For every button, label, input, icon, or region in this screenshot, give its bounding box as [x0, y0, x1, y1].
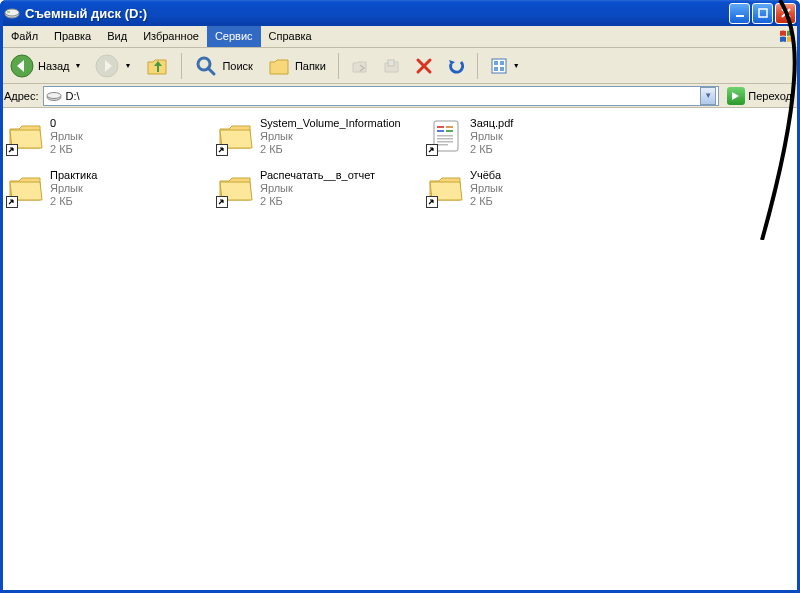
- undo-icon: [447, 57, 465, 75]
- address-path: D:\: [66, 90, 697, 102]
- up-button[interactable]: [139, 50, 175, 82]
- delete-button[interactable]: [409, 53, 439, 79]
- file-name: Распечатать__в_отчет: [260, 169, 375, 182]
- minimize-button[interactable]: [729, 3, 750, 24]
- file-name: Учёба: [470, 169, 503, 182]
- copy-to-icon: [383, 57, 401, 75]
- menu-view[interactable]: Вид: [99, 26, 135, 47]
- folders-button[interactable]: Папки: [261, 50, 332, 82]
- svg-rect-25: [437, 144, 448, 146]
- search-button[interactable]: Поиск: [188, 50, 258, 82]
- svg-rect-2: [7, 12, 10, 13]
- toolbar-separator: [477, 53, 478, 79]
- file-type: Ярлык: [50, 182, 97, 195]
- up-folder-icon: [145, 54, 169, 78]
- file-name: 0: [50, 117, 83, 130]
- file-meta: System_Volume_InformationЯрлык2 КБ: [260, 116, 401, 156]
- shortcut-arrow-icon: [6, 196, 18, 208]
- delete-icon: [415, 57, 433, 75]
- file-meta: ПрактикаЯрлык2 КБ: [50, 168, 97, 208]
- copy-to-button[interactable]: [377, 53, 407, 79]
- svg-rect-9: [388, 60, 394, 66]
- address-dropdown-button[interactable]: ▼: [700, 87, 716, 105]
- file-size: 2 КБ: [50, 143, 83, 156]
- move-to-button[interactable]: [345, 53, 375, 79]
- views-icon: [490, 57, 508, 75]
- file-size: 2 КБ: [260, 195, 375, 208]
- undo-button[interactable]: [441, 53, 471, 79]
- search-icon: [194, 54, 218, 78]
- folders-icon: [267, 54, 291, 78]
- file-item[interactable]: УчёбаЯрлык2 КБ: [424, 166, 634, 216]
- file-size: 2 КБ: [260, 143, 401, 156]
- file-size: 2 КБ: [470, 143, 513, 156]
- file-item[interactable]: Распечатать__в_отчетЯрлык2 КБ: [214, 166, 424, 216]
- svg-point-16: [47, 92, 61, 98]
- forward-button[interactable]: ▼: [89, 50, 137, 82]
- menu-file[interactable]: Файл: [3, 26, 46, 47]
- folder-icon: [216, 116, 256, 156]
- windows-logo-icon: [778, 28, 796, 46]
- file-name: Практика: [50, 169, 97, 182]
- drive-icon: [46, 90, 62, 102]
- move-to-icon: [351, 57, 369, 75]
- views-button[interactable]: ▼: [484, 53, 526, 79]
- back-button[interactable]: Назад ▼: [4, 50, 87, 82]
- svg-rect-23: [437, 138, 453, 140]
- chevron-down-icon: ▼: [75, 62, 82, 69]
- maximize-button[interactable]: [752, 3, 773, 24]
- shortcut-arrow-icon: [426, 196, 438, 208]
- address-bar: Адрес: D:\ ▼ Переход: [0, 84, 800, 108]
- file-meta: Заяц.pdfЯрлык2 КБ: [470, 116, 513, 156]
- svg-rect-24: [437, 141, 453, 143]
- search-label: Поиск: [222, 60, 252, 72]
- folder-icon: [426, 168, 466, 208]
- file-size: 2 КБ: [50, 195, 97, 208]
- svg-rect-11: [494, 61, 498, 65]
- chevron-down-icon: ▼: [513, 62, 520, 69]
- menu-favorites[interactable]: Избранное: [135, 26, 207, 47]
- svg-rect-20: [446, 126, 453, 128]
- toolbar-separator: [181, 53, 182, 79]
- file-name: System_Volume_Information: [260, 117, 401, 130]
- svg-rect-18: [437, 126, 444, 128]
- folder-icon: [6, 116, 46, 156]
- go-label: Переход: [748, 90, 792, 102]
- file-meta: Распечатать__в_отчетЯрлык2 КБ: [260, 168, 375, 208]
- svg-rect-3: [736, 15, 744, 17]
- menu-tools[interactable]: Сервис: [207, 26, 261, 47]
- file-item[interactable]: 0Ярлык2 КБ: [4, 114, 214, 164]
- toolbar: Назад ▼ ▼ Поиск Папки: [0, 48, 800, 84]
- menu-edit[interactable]: Правка: [46, 26, 99, 47]
- folder-icon: [6, 168, 46, 208]
- shortcut-arrow-icon: [426, 144, 438, 156]
- file-item[interactable]: Заяц.pdfЯрлык2 КБ: [424, 114, 634, 164]
- address-field[interactable]: D:\ ▼: [43, 86, 720, 106]
- file-item[interactable]: ПрактикаЯрлык2 КБ: [4, 166, 214, 216]
- back-label: Назад: [38, 60, 70, 72]
- file-type: Ярлык: [260, 182, 375, 195]
- window-controls: [729, 3, 796, 24]
- menu-help[interactable]: Справка: [261, 26, 320, 47]
- file-item[interactable]: System_Volume_InformationЯрлык2 КБ: [214, 114, 424, 164]
- file-icon: [426, 116, 466, 156]
- svg-rect-14: [500, 67, 504, 71]
- svg-rect-22: [437, 135, 453, 137]
- svg-rect-19: [437, 130, 444, 132]
- close-button[interactable]: [775, 3, 796, 24]
- go-button[interactable]: Переход: [723, 86, 796, 106]
- titlebar: Съемный диск (D:): [0, 0, 800, 26]
- file-type: Ярлык: [50, 130, 83, 143]
- shortcut-arrow-icon: [6, 144, 18, 156]
- chevron-down-icon: ▼: [124, 62, 131, 69]
- back-icon: [10, 54, 34, 78]
- svg-rect-4: [759, 9, 767, 17]
- svg-line-8: [208, 68, 214, 74]
- file-meta: УчёбаЯрлык2 КБ: [470, 168, 503, 208]
- forward-icon: [95, 54, 119, 78]
- drive-icon: [4, 5, 20, 21]
- file-view: 0Ярлык2 КБSystem_Volume_InformationЯрлык…: [0, 108, 800, 593]
- folder-icon: [216, 168, 256, 208]
- svg-rect-21: [446, 130, 453, 132]
- folders-label: Папки: [295, 60, 326, 72]
